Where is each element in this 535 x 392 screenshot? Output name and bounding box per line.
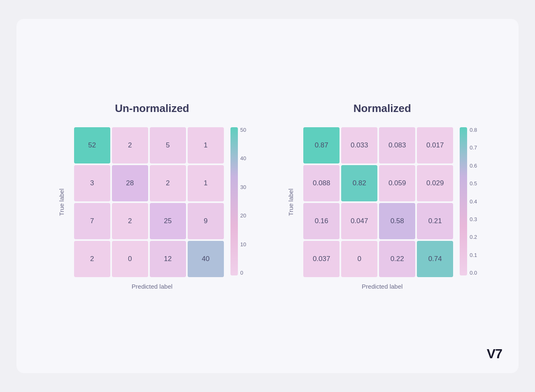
normalized-colorbar: 0.8 0.7 0.6 0.5 0.4 0.3 0.2 0.1 0.0: [460, 127, 477, 275]
norm-cell-13: 0: [341, 241, 377, 277]
unnormalized-title: Un-normalized: [115, 102, 189, 115]
unnormalized-true-label: True label: [58, 189, 65, 216]
norm-colorbar-label-0.1: 0.1: [470, 252, 477, 258]
norm-cell-11: 0.21: [417, 203, 453, 239]
normalized-matrix-colorbar: 0.870.0330.0830.0170.0880.820.0590.0290.…: [303, 127, 477, 277]
v7-logo: V7: [487, 346, 502, 362]
norm-cell-14: 0.22: [379, 241, 415, 277]
normalized-colorbar-gradient: [460, 127, 467, 275]
charts-container: Un-normalized True label 522513282172259…: [58, 102, 477, 290]
unnorm-cell-3: 1: [188, 127, 224, 163]
norm-colorbar-label-0.8: 0.8: [470, 127, 477, 133]
norm-cell-1: 0.033: [341, 127, 377, 163]
norm-cell-0: 0.87: [303, 127, 340, 163]
normalized-predicted-label: Predicted label: [362, 283, 402, 290]
normalized-title: Normalized: [354, 102, 411, 115]
unnorm-cell-5: 28: [112, 165, 148, 201]
norm-cell-8: 0.16: [303, 203, 340, 239]
colorbar-label-0: 0: [240, 270, 246, 275]
unnorm-cell-12: 2: [74, 241, 110, 277]
unnorm-cell-6: 2: [150, 165, 186, 201]
unnorm-cell-8: 7: [74, 203, 110, 239]
norm-colorbar-label-0.3: 0.3: [470, 217, 477, 222]
normalized-body: True label 0.870.0330.0830.0170.0880.820…: [287, 127, 477, 277]
unnorm-cell-15: 40: [188, 241, 224, 277]
norm-colorbar-label-0.2: 0.2: [470, 234, 477, 240]
unnormalized-matrix-colorbar: 522513282172259201240 50 40 30 20 10 0: [74, 127, 246, 277]
unnorm-cell-1: 2: [112, 127, 148, 163]
norm-cell-12: 0.037: [303, 241, 340, 277]
norm-colorbar-label-0.6: 0.6: [470, 163, 477, 168]
unnorm-cell-14: 12: [150, 241, 186, 277]
colorbar-label-40: 40: [240, 156, 246, 161]
norm-cell-4: 0.088: [303, 165, 340, 201]
unnorm-cell-7: 1: [188, 165, 224, 201]
unnorm-cell-4: 3: [74, 165, 110, 201]
norm-colorbar-label-0.4: 0.4: [470, 199, 477, 204]
norm-cell-2: 0.083: [379, 127, 415, 163]
unnorm-cell-11: 9: [188, 203, 224, 239]
norm-colorbar-label-0.7: 0.7: [470, 145, 477, 150]
unnorm-cell-9: 2: [112, 203, 148, 239]
unnorm-cell-0: 52: [74, 127, 110, 163]
norm-colorbar-label-0.0: 0.0: [470, 270, 477, 275]
norm-colorbar-label-0.5: 0.5: [470, 181, 477, 186]
normalized-true-label: True label: [287, 189, 294, 216]
norm-cell-3: 0.017: [417, 127, 453, 163]
unnormalized-matrix: 522513282172259201240: [74, 127, 224, 277]
unnormalized-colorbar: 50 40 30 20 10 0: [230, 127, 246, 275]
normalized-section: Normalized True label 0.870.0330.0830.01…: [287, 102, 477, 290]
unnorm-cell-13: 0: [112, 241, 148, 277]
unnormalized-section: Un-normalized True label 522513282172259…: [58, 102, 246, 290]
norm-cell-15: 0.74: [417, 241, 453, 277]
main-card: Un-normalized True label 522513282172259…: [16, 19, 519, 373]
unnorm-cell-2: 5: [150, 127, 186, 163]
colorbar-label-30: 30: [240, 184, 246, 190]
unnormalized-colorbar-gradient: [230, 127, 238, 275]
normalized-colorbar-labels: 0.8 0.7 0.6 0.5 0.4 0.3 0.2 0.1 0.0: [470, 127, 477, 275]
unnormalized-predicted-label: Predicted label: [132, 283, 172, 290]
norm-cell-10: 0.58: [379, 203, 415, 239]
normalized-matrix: 0.870.0330.0830.0170.0880.820.0590.0290.…: [303, 127, 453, 277]
unnormalized-body: True label 522513282172259201240 50 40 3…: [58, 127, 246, 277]
unnormalized-colorbar-labels: 50 40 30 20 10 0: [240, 127, 246, 275]
norm-cell-6: 0.059: [379, 165, 415, 201]
unnorm-cell-10: 25: [150, 203, 186, 239]
norm-cell-5: 0.82: [341, 165, 377, 201]
colorbar-label-50: 50: [240, 127, 246, 133]
colorbar-label-20: 20: [240, 213, 246, 218]
norm-cell-7: 0.029: [417, 165, 453, 201]
norm-cell-9: 0.047: [341, 203, 377, 239]
colorbar-label-10: 10: [240, 242, 246, 247]
